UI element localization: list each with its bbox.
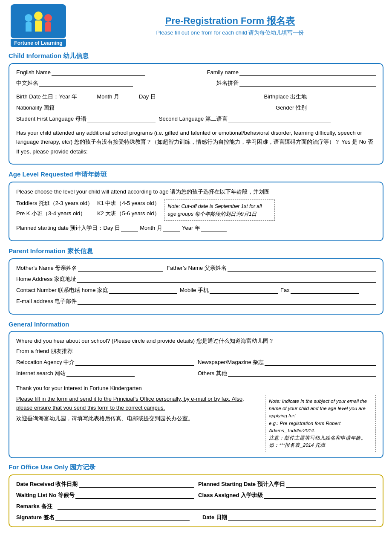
waiting-list-input[interactable] xyxy=(75,492,194,499)
age-level-box: Please choose the level your child will … xyxy=(9,182,383,242)
friend-row: From a friend 朋友推荐 xyxy=(16,347,376,355)
age-col-right: K1 中班（4-5 years old） K2 大班（5-6 years old… xyxy=(97,199,160,221)
planned-year-label: Year 年 xyxy=(182,224,200,232)
general-note: Note: Indicate in the subject of your em… xyxy=(265,395,376,452)
please-fill-text: Please fill in the form and send it to t… xyxy=(16,395,261,413)
others-row: Others 其他 xyxy=(198,370,376,377)
birthplace-input[interactable] xyxy=(308,93,376,100)
chinese-name-input[interactable] xyxy=(39,80,133,87)
mother-label: Mother's Name 母亲姓名 xyxy=(16,264,77,272)
date-received-input[interactable] xyxy=(79,481,194,488)
nationality-input[interactable] xyxy=(55,104,166,111)
nationality-row: Nationality 国籍 Gender 性别 xyxy=(16,104,376,112)
chinese-text: 欢迎垂询海富幼儿园，请填写此表格后传真、电邮或提交到园长办公室。 xyxy=(16,414,261,423)
class-assigned-cell: Class Assigned 入学班级 xyxy=(198,491,376,499)
home-phone-input[interactable] xyxy=(109,287,177,294)
logo-box: Fortune of Learning xyxy=(9,4,68,47)
header-center: Pre-Registration Form 报名表 Please fill ou… xyxy=(77,14,383,37)
contact-label: Contact Number 联系电话 home 家庭 xyxy=(16,286,108,294)
english-name-input[interactable] xyxy=(52,69,145,76)
special-ed-details-input[interactable] xyxy=(89,148,376,155)
email-label: E-mail address 电子邮件 xyxy=(16,298,77,305)
family-name-input[interactable] xyxy=(239,69,376,76)
remarks-input[interactable] xyxy=(58,503,376,510)
name-row: English Name Family name xyxy=(16,69,376,76)
date-label: Date 日期 xyxy=(202,514,227,521)
waiting-list-label: Waiting List No 等候号 xyxy=(16,491,75,499)
year-input[interactable] xyxy=(78,93,95,100)
k1-item: K1 中班（4-5 years old） xyxy=(97,199,160,207)
chinese-name-row: 中文姓名 姓名拼音 xyxy=(16,79,376,87)
others-label: Others 其他 xyxy=(198,370,227,377)
mother-name-input[interactable] xyxy=(78,265,163,272)
signature-label: Signature 签名 xyxy=(16,514,55,521)
child-info-header: Child Information 幼儿信息 xyxy=(9,51,383,61)
first-lang-input[interactable] xyxy=(87,116,156,122)
newspaper-input[interactable] xyxy=(265,359,376,366)
if-yes-label: If yes, please provide details: xyxy=(16,148,88,155)
logo-image xyxy=(11,4,66,38)
contact-row: Contact Number 联系电话 home 家庭 Mobile 手机 Fa… xyxy=(16,286,376,294)
father-label: Father's Name 父亲姓名 xyxy=(167,264,226,272)
toddlers-item: Toddlers 托班（2-3 years old） xyxy=(16,199,93,207)
internet-row: Internet search 网站 xyxy=(16,370,194,377)
email-row: E-mail address 电子邮件 xyxy=(16,298,376,305)
office-row-2: Waiting List No 等候号 Class Assigned 入学班级 xyxy=(16,491,376,499)
gender-input[interactable] xyxy=(308,104,376,111)
month-input[interactable] xyxy=(120,93,137,100)
planned-start-input[interactable] xyxy=(286,481,376,488)
age-level-header: Age Level Requested 申请年龄班 xyxy=(9,170,383,179)
day-input[interactable] xyxy=(157,93,174,100)
internet-input[interactable] xyxy=(66,370,135,377)
pinyin-input[interactable] xyxy=(239,80,376,87)
gender-label: Gender 性别 xyxy=(276,104,307,112)
relocation-row: Relocation Agency 中介 xyxy=(16,358,194,366)
fax-label: Fax xyxy=(280,287,290,293)
mobile-input[interactable] xyxy=(210,287,278,294)
general-info-box: Where did you hear about our school? (Pl… xyxy=(9,331,383,458)
general-info-header: General Information xyxy=(9,320,383,329)
newspaper-row: Newspaper/Magazine 杂志 xyxy=(198,358,376,366)
fax-input[interactable] xyxy=(291,287,359,294)
planned-month-label: Month 月 xyxy=(140,224,162,232)
k2-item: K2 大班（5-6 years old） xyxy=(97,210,160,217)
day-label: Day 日 xyxy=(139,93,156,101)
cutoff-note: Note: Cut-off date is September 1st for … xyxy=(164,199,275,221)
pinyin-label: 姓名拼音 xyxy=(216,79,239,87)
planned-year-input[interactable] xyxy=(201,225,227,231)
office-row-3: Remarks 备注 xyxy=(16,503,376,510)
figure-3 xyxy=(44,14,52,32)
date-input[interactable] xyxy=(228,514,376,521)
planned-start-label: Planned Starting Date 预计入学日 xyxy=(198,480,285,488)
choose-level-text: Please choose the level your child will … xyxy=(16,188,376,197)
relocation-label: Relocation Agency 中介 xyxy=(16,358,75,366)
signature-input[interactable] xyxy=(55,514,190,521)
waiting-list-cell: Waiting List No 等候号 xyxy=(16,491,194,499)
special-ed-paragraph: Has your child attended any additional s… xyxy=(16,129,376,147)
father-name-input[interactable] xyxy=(228,265,376,272)
parent-info-box: Mother's Name 母亲姓名 Father's Name 父亲姓名 Ho… xyxy=(9,258,383,315)
birth-date-row: Birth Date 生日：Year 年 Month 月 Day 日 Birth… xyxy=(16,93,376,101)
class-assigned-input[interactable] xyxy=(264,492,376,499)
if-yes-row: If yes, please provide details: xyxy=(16,148,376,155)
figure-1 xyxy=(25,14,32,32)
second-lang-input[interactable] xyxy=(228,116,331,122)
thank-you-text: Thank you for your interest in Fortune K… xyxy=(16,384,376,393)
planned-day-input[interactable] xyxy=(121,225,138,231)
internet-label: Internet search 网站 xyxy=(16,370,66,377)
month-label: Month 月 xyxy=(97,93,119,101)
address-row: Home Address 家庭地址 xyxy=(16,275,376,283)
nationality-label: Nationality 国籍 xyxy=(16,104,55,112)
birth-date-label: Birth Date 生日：Year 年 xyxy=(16,93,77,101)
email-input[interactable] xyxy=(78,298,376,305)
form-title: Pre-Registration Form 报名表 xyxy=(77,14,383,27)
logo-text: Fortune of Learning xyxy=(11,39,66,47)
relocation-input[interactable] xyxy=(75,359,194,366)
others-input[interactable] xyxy=(228,370,376,377)
address-input[interactable] xyxy=(77,276,376,283)
first-lang-label: Student First Language 母语 xyxy=(16,115,86,123)
planned-month-input[interactable] xyxy=(163,225,180,231)
chinese-name-label: 中文姓名 xyxy=(16,79,38,87)
where-heard-label: Where did you hear about our school? (Pl… xyxy=(16,337,376,346)
second-lang-label: Second Language 第二语言 xyxy=(159,115,228,123)
